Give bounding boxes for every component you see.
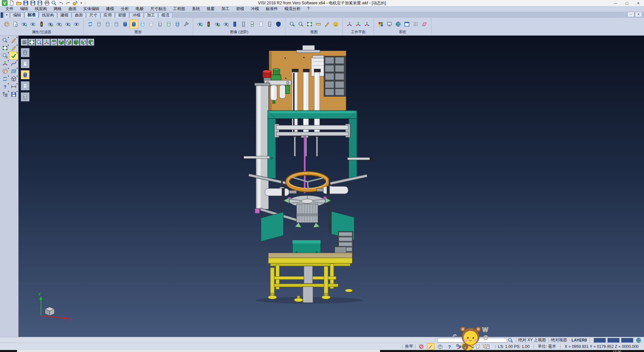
- save-small-icon[interactable]: [9, 91, 18, 98]
- taskbar-window-fragment[interactable]: [17, 350, 380, 352]
- view-measure-icon[interactable]: [314, 20, 322, 29]
- frame-select-icon[interactable]: [1, 44, 9, 52]
- cube-bottom-green-icon[interactable]: [58, 39, 65, 46]
- context-help-icon[interactable]: ?: [446, 344, 453, 350]
- view-axes-icon[interactable]: [43, 39, 50, 46]
- color-swatch-1[interactable]: [607, 338, 620, 343]
- cylinder-solid-icon[interactable]: [121, 20, 129, 29]
- shade-solid-icon[interactable]: [21, 70, 30, 79]
- eye-refresh-icon[interactable]: ⟳: [213, 20, 221, 29]
- view-zoom-out-icon[interactable]: −: [297, 20, 305, 29]
- traffic-light-icon[interactable]: [205, 20, 213, 29]
- workplane-align-icon[interactable]: [363, 20, 371, 29]
- layer-striped-icon[interactable]: [239, 20, 248, 29]
- cylinder-hatch-icon[interactable]: [156, 20, 164, 29]
- color-swatch-2[interactable]: [621, 338, 633, 343]
- menu-item-8[interactable]: 电极: [132, 6, 147, 12]
- pick-wand-icon[interactable]: [427, 344, 434, 350]
- workplane-move-icon[interactable]: [345, 20, 354, 29]
- eye-add-icon[interactable]: +: [196, 20, 204, 29]
- cube-top-green-icon[interactable]: [50, 39, 57, 46]
- view-fit-icon[interactable]: [28, 39, 35, 46]
- garment-icon[interactable]: [474, 344, 481, 350]
- save-all-icon[interactable]: [37, 0, 43, 6]
- shade-wire-icon[interactable]: [21, 48, 30, 57]
- search-input[interactable]: [437, 338, 507, 343]
- sketch-pencil-icon[interactable]: [9, 44, 18, 52]
- assembly-cubes-icon[interactable]: [455, 344, 462, 350]
- menu-item-12[interactable]: 视窗: [203, 6, 218, 12]
- eye-add-icon[interactable]: +: [20, 20, 28, 29]
- filter-preview-icon[interactable]: [11, 20, 19, 29]
- print-preview-icon[interactable]: [51, 0, 57, 6]
- layer-white-icon[interactable]: [257, 20, 265, 29]
- layer-hatch-icon[interactable]: [266, 20, 274, 29]
- maximize-button[interactable]: ▢: [621, 0, 633, 6]
- tab-6[interactable]: 应用: [101, 12, 115, 18]
- menu-item-17[interactable]: 模流分析: [281, 6, 304, 12]
- eye-minus-icon[interactable]: −: [72, 20, 80, 29]
- grid-plane-icon[interactable]: [9, 68, 18, 75]
- shade-ghost-icon[interactable]: [21, 81, 30, 90]
- tab-9[interactable]: 加工: [144, 12, 158, 18]
- open-file-icon[interactable]: [15, 0, 22, 6]
- menu-item-0[interactable]: 文件: [2, 6, 17, 12]
- tab-7[interactable]: 塑膜: [115, 12, 129, 18]
- tab-10[interactable]: 模流: [158, 12, 172, 18]
- color-grid-icon[interactable]: [377, 20, 385, 29]
- menu-item-11[interactable]: 系统: [189, 6, 203, 12]
- history-icon[interactable]: [72, 0, 78, 6]
- undo-icon[interactable]: [58, 0, 64, 6]
- menu-item-2[interactable]: 线架构: [32, 6, 50, 12]
- new-document-icon[interactable]: [8, 0, 15, 6]
- surface-icon[interactable]: [420, 20, 428, 29]
- viewport-3d[interactable]: Y X: [18, 35, 644, 337]
- cylinder-recycle-icon[interactable]: [165, 20, 173, 29]
- view-face-icon[interactable]: [332, 20, 340, 29]
- preview-zoom-icon[interactable]: [1, 37, 9, 44]
- layer-blue-icon[interactable]: [231, 20, 239, 29]
- eye-plus-minus-icon[interactable]: ±: [222, 20, 230, 29]
- view-zoom-icon[interactable]: [36, 39, 43, 46]
- menu-item-1[interactable]: 编辑: [17, 6, 32, 12]
- shade-hidden-icon[interactable]: [21, 59, 30, 68]
- cube-front-green-icon[interactable]: [87, 39, 94, 46]
- cylinder-wire-2-icon[interactable]: [104, 20, 112, 29]
- menu-item-6[interactable]: 建模: [103, 6, 117, 12]
- menu-item-5[interactable]: 实体编辑: [80, 6, 103, 12]
- redo-icon[interactable]: [65, 0, 71, 6]
- mdi-close-button[interactable]: ✕: [635, 12, 642, 17]
- save-as-icon[interactable]: [30, 0, 36, 6]
- tab-5[interactable]: 尺寸: [86, 12, 100, 18]
- package-icon[interactable]: [437, 344, 443, 350]
- cylinder-wire-3-icon[interactable]: [112, 20, 120, 29]
- help-question-icon[interactable]: ?: [1, 83, 9, 90]
- cylinder-solid-selected-icon[interactable]: [130, 20, 138, 29]
- eye-plus-icon[interactable]: +: [64, 20, 72, 29]
- shade-hatch-icon[interactable]: [21, 92, 30, 101]
- snap-stamp-icon[interactable]: [418, 344, 425, 350]
- pixel-grid-icon[interactable]: [412, 20, 420, 29]
- color-swatch-0[interactable]: [594, 338, 606, 343]
- shield-icon[interactable]: [274, 20, 282, 29]
- traffic-light-icon[interactable]: [38, 20, 46, 29]
- tab-8[interactable]: 冲模: [129, 12, 144, 18]
- filter-palette-icon[interactable]: [3, 20, 11, 29]
- minimize-button[interactable]: —: [610, 0, 621, 6]
- menu-item-3[interactable]: 网格: [50, 6, 65, 12]
- eye-refresh-icon[interactable]: ⟳: [46, 20, 54, 29]
- eye-plus-minus-icon[interactable]: ±: [55, 20, 63, 29]
- menu-item-16[interactable]: 标准件: [262, 6, 281, 12]
- cylinder-copy-icon[interactable]: [173, 20, 181, 29]
- tab-0[interactable]: 编辑: [10, 12, 24, 18]
- search-icon[interactable]: [507, 337, 514, 343]
- menu-item-7[interactable]: 分析: [117, 6, 132, 12]
- globe-icon[interactable]: [394, 20, 402, 29]
- cylinder-cyan-icon[interactable]: [139, 20, 147, 29]
- visi-logo-icon[interactable]: V: [1, 0, 8, 6]
- monitor-icon[interactable]: [385, 20, 393, 29]
- menu-item-4[interactable]: 曲面: [65, 6, 80, 12]
- view-frame-icon[interactable]: [306, 20, 314, 29]
- lock-label[interactable]: 拴牢: [405, 344, 413, 349]
- prism-icon[interactable]: [465, 344, 472, 350]
